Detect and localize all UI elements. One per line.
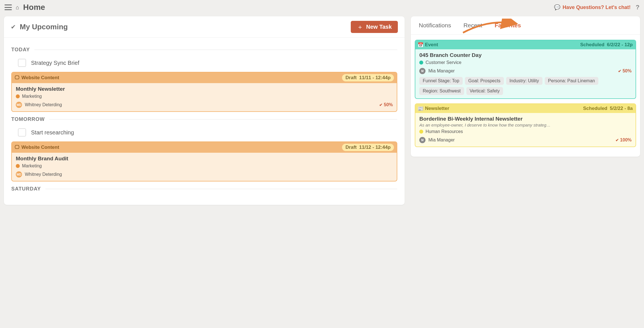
- fav-type: Newsletter: [425, 106, 449, 111]
- card-category: Marketing: [22, 163, 42, 169]
- fav-title: Borderline Bi-Weekly Internal Newsletter: [419, 116, 632, 122]
- chat-link-text: Have Questions? Let's chat!: [563, 5, 630, 10]
- side-tabs: Notifications Recent Favorites: [411, 16, 640, 35]
- fav-scheduled: Scheduled 5/2/22 - 8a: [583, 106, 633, 111]
- task-text: Strategy Sync Brief: [31, 60, 79, 66]
- category-dot: [16, 94, 20, 98]
- card-title: Monthly Newsletter: [16, 86, 393, 92]
- content-card[interactable]: 🖵 Website Content Draft 11/11 - 12:44p M…: [11, 72, 397, 112]
- calendar-icon: 📅: [418, 43, 423, 47]
- card-type: Website Content: [21, 145, 59, 150]
- fav-progress: 50%: [618, 68, 632, 74]
- tag[interactable]: Persona: Paul Lineman: [545, 77, 598, 85]
- card-category: Marketing: [22, 94, 42, 99]
- tag[interactable]: Region: Southwest: [419, 87, 464, 95]
- tag[interactable]: Vertical: Safety: [466, 87, 503, 95]
- favorite-card[interactable]: 📰 Newsletter Scheduled 5/2/22 - 8a Borde…: [415, 103, 636, 147]
- help-icon[interactable]: ?: [636, 4, 639, 11]
- favorite-card[interactable]: 📅 Event Scheduled 6/2/22 - 12p 045 Branc…: [415, 40, 636, 99]
- chat-bubble-icon: 💬: [554, 4, 560, 10]
- side-panel: Notifications Recent Favorites 📅 E: [411, 16, 640, 157]
- fav-category: Customer Service: [425, 60, 461, 65]
- day-label-saturday: SATURDAY: [11, 186, 397, 192]
- check-icon: ✔: [11, 23, 16, 31]
- upcoming-title: My Upcoming: [20, 23, 68, 31]
- status-badge: Draft 11/12 - 12:44p: [342, 144, 394, 151]
- tab-recent[interactable]: Recent: [464, 16, 482, 34]
- fav-owner: Mia Manager: [428, 68, 455, 74]
- tag[interactable]: Funnel Stage: Top: [419, 77, 463, 85]
- category-dot: [419, 130, 423, 134]
- fav-owner: Mia Manager: [428, 138, 455, 143]
- menu-icon[interactable]: [5, 5, 12, 10]
- fav-tags: Funnel Stage: Top Goal: Prospects Indust…: [419, 77, 632, 95]
- upcoming-panel: ✔ My Upcoming ＋ New Task TODAY Strategy …: [4, 16, 405, 205]
- content-card[interactable]: 🖵 Website Content Draft 11/12 - 12:44p M…: [11, 141, 397, 181]
- fav-category: Human Resources: [425, 129, 463, 134]
- avatar: WD: [16, 102, 22, 108]
- fav-subtitle: As an employee-owner, I deserve to know …: [419, 123, 632, 127]
- task-text: Start researching: [31, 129, 74, 136]
- monitor-icon: 🖵: [15, 76, 19, 80]
- tab-notifications[interactable]: Notifications: [419, 16, 451, 34]
- avatar: M: [419, 68, 425, 74]
- card-owner: Whitney Deterding: [25, 102, 62, 107]
- card-title: Monthly Brand Audit: [16, 156, 393, 162]
- new-task-button[interactable]: ＋ New Task: [351, 21, 398, 33]
- tag[interactable]: Industry: Utility: [506, 77, 542, 85]
- task-row[interactable]: Start researching: [11, 127, 397, 141]
- fav-type: Event: [425, 42, 438, 48]
- card-progress: 50%: [379, 102, 393, 107]
- card-type: Website Content: [21, 75, 59, 81]
- card-owner: Whitney Deterding: [25, 172, 62, 177]
- category-dot: [16, 164, 20, 168]
- monitor-icon: 🖵: [15, 145, 19, 150]
- day-label-today: TODAY: [11, 47, 397, 53]
- day-label-tomorrow: TOMORROW: [11, 116, 397, 122]
- new-task-label: New Task: [366, 24, 392, 30]
- fav-scheduled: Scheduled 6/2/22 - 12p: [580, 42, 633, 48]
- chat-link[interactable]: 💬 Have Questions? Let's chat!: [554, 4, 630, 10]
- task-row[interactable]: Strategy Sync Brief: [11, 57, 397, 72]
- plus-icon: ＋: [357, 24, 363, 30]
- fav-progress: 100%: [616, 138, 632, 143]
- avatar: WD: [16, 171, 22, 178]
- topbar: ⌂ Home 💬 Have Questions? Let's chat! ?: [0, 0, 644, 15]
- home-icon[interactable]: ⌂: [16, 4, 19, 11]
- fav-title: 045 Branch Counter Day: [419, 52, 632, 58]
- upcoming-header: ✔ My Upcoming ＋ New Task: [4, 16, 405, 38]
- checkbox[interactable]: [18, 59, 26, 67]
- avatar: M: [419, 137, 425, 143]
- page-title: Home: [23, 3, 45, 12]
- category-dot: [419, 61, 423, 65]
- newsletter-icon: 📰: [418, 106, 423, 111]
- tag[interactable]: Goal: Prospects: [465, 77, 504, 85]
- tab-favorites[interactable]: Favorites: [495, 16, 521, 34]
- status-badge: Draft 11/11 - 12:44p: [342, 74, 394, 81]
- checkbox[interactable]: [18, 128, 26, 136]
